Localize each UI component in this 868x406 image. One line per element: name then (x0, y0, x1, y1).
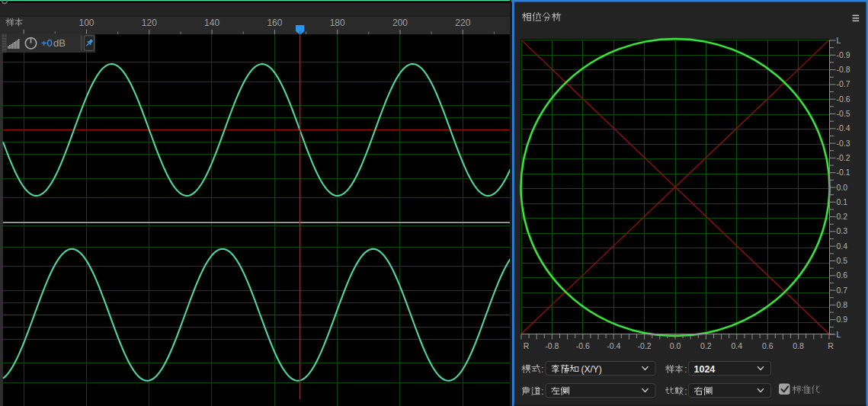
svg-text:L: L (837, 36, 841, 45)
svg-text:140: 140 (204, 18, 219, 28)
svg-text:-0.9: -0.9 (837, 50, 850, 59)
svg-text:0.2: 0.2 (700, 341, 712, 350)
svg-text::: : (541, 386, 543, 397)
svg-text:-0.8: -0.8 (837, 65, 850, 74)
svg-text:-0.6: -0.6 (576, 341, 590, 350)
svg-text:0.5: 0.5 (837, 256, 848, 265)
svg-text:0.8: 0.8 (793, 341, 804, 350)
svg-text:-0.6: -0.6 (837, 94, 850, 104)
svg-text:0.7: 0.7 (837, 286, 848, 295)
svg-text:+0: +0 (41, 37, 53, 49)
svg-text:-0.2: -0.2 (837, 153, 850, 162)
svg-text:R: R (524, 341, 530, 350)
svg-text:0.8: 0.8 (837, 300, 848, 309)
svg-text:200: 200 (392, 18, 408, 28)
svg-text:0.4: 0.4 (837, 241, 848, 251)
svg-text:0.1: 0.1 (837, 197, 848, 206)
svg-text:220: 220 (455, 18, 470, 28)
svg-text:-0.2: -0.2 (638, 341, 652, 350)
svg-text:0.9: 0.9 (837, 315, 848, 324)
svg-text:-0.8: -0.8 (545, 341, 559, 350)
svg-text:1024: 1024 (694, 364, 716, 375)
svg-text:0.0: 0.0 (837, 183, 848, 192)
svg-text:0.2: 0.2 (837, 212, 848, 221)
svg-text:L: L (837, 330, 841, 339)
svg-text:(X/Y): (X/Y) (581, 364, 602, 375)
svg-text:-0.7: -0.7 (837, 79, 850, 88)
svg-text:0.3: 0.3 (837, 226, 848, 235)
svg-text:120: 120 (142, 18, 157, 28)
svg-text:160: 160 (267, 18, 282, 28)
svg-text::: : (684, 364, 687, 375)
svg-text:0.6: 0.6 (837, 270, 848, 280)
svg-text:-0.1: -0.1 (837, 168, 850, 177)
svg-text::: : (541, 364, 543, 375)
svg-text::: : (684, 386, 687, 397)
svg-text:180: 180 (330, 18, 345, 28)
svg-text:dB: dB (53, 37, 66, 49)
svg-text:R: R (828, 341, 834, 350)
svg-text:-0.4: -0.4 (837, 123, 850, 133)
svg-text:-0.4: -0.4 (607, 341, 620, 350)
svg-text:0.4: 0.4 (731, 341, 742, 350)
svg-text:-0.3: -0.3 (837, 139, 850, 148)
svg-text:100: 100 (78, 18, 94, 28)
svg-text:0.0: 0.0 (670, 341, 681, 350)
svg-text:-0.5: -0.5 (837, 109, 850, 118)
svg-text:0.6: 0.6 (762, 341, 774, 350)
